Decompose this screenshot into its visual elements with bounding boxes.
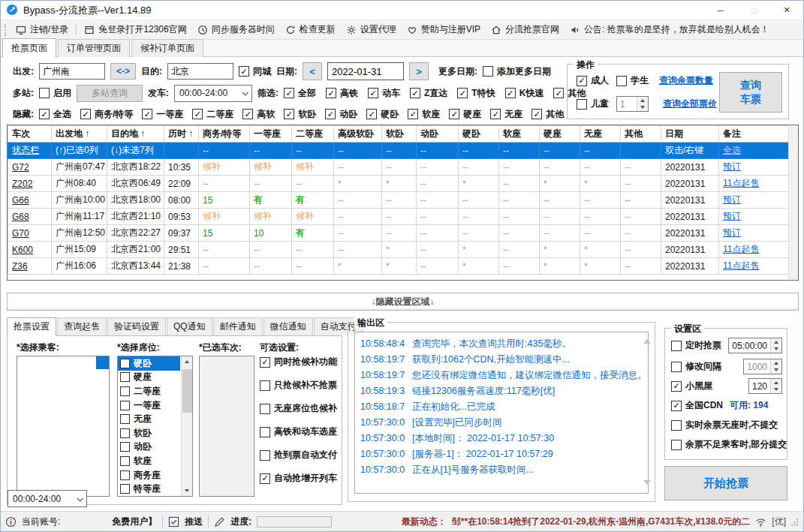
selected-trains-listbox[interactable] xyxy=(199,356,254,497)
hide-checkbox-二等座-box[interactable]: ✓ xyxy=(192,109,203,119)
push-label[interactable]: 推送 xyxy=(185,515,203,528)
setting-checkbox-全国CDN[interactable]: ✓全国CDN xyxy=(671,399,723,412)
column-header-备注[interactable]: 备注 xyxy=(719,126,790,143)
hide-checkbox-商务/特等-box[interactable]: ✓ xyxy=(80,109,91,119)
hide-checkbox-软卧-box[interactable]: ✓ xyxy=(284,109,294,119)
column-header-软座[interactable]: 软座 xyxy=(499,126,540,143)
seat-option-checkbox[interactable] xyxy=(120,372,130,382)
seat-option-商务座[interactable]: 商务座 xyxy=(118,468,180,482)
column-header-历时 ↑[interactable]: 历时 ↑ xyxy=(164,126,199,143)
seat-option-checkbox[interactable] xyxy=(120,442,130,452)
seat-option-动卧[interactable]: 动卧 xyxy=(118,440,180,455)
scroll-up-icon[interactable] xyxy=(185,360,189,363)
toolbar-item-open-12306[interactable]: 免登录打开12306官网 xyxy=(79,20,191,39)
action-link[interactable]: 11点起售 xyxy=(723,178,759,188)
setting-stepper[interactable]: 05:00:00 xyxy=(728,338,782,353)
swap-stations-button[interactable]: <-> xyxy=(110,63,136,80)
tab-订单管理页面[interactable]: 订单管理页面 xyxy=(58,39,130,57)
seat-option-checkbox[interactable] xyxy=(120,484,130,494)
seat-option-checkbox[interactable] xyxy=(120,401,130,410)
filter-checkbox-高铁[interactable]: ✓高铁 xyxy=(326,87,358,100)
setting-checkbox-小黑屋-box[interactable]: ✓ xyxy=(671,381,682,392)
tab-邮件通知[interactable]: 邮件通知 xyxy=(213,317,263,335)
seat-option-一等座[interactable]: 一等座 xyxy=(118,398,180,413)
option-同时抢候补功能[interactable]: ✓同时抢候补功能 xyxy=(260,356,337,368)
filter-checkbox-K快速-box[interactable]: ✓ xyxy=(505,88,516,98)
hide-checkbox-一等座-box[interactable]: ✓ xyxy=(142,109,152,119)
column-header-一等座[interactable]: 一等座 xyxy=(250,126,292,143)
action-link[interactable]: 预订 xyxy=(723,161,741,172)
stepper-arrows[interactable] xyxy=(637,97,648,111)
stepper-arrows[interactable] xyxy=(770,338,781,353)
student-checkbox[interactable]: 学生 xyxy=(616,74,649,87)
setting-checkbox-余票不足乘客时,部分提交[interactable]: 余票不足乘客时,部分提交 xyxy=(671,438,787,451)
hide-checkbox-全选-box[interactable]: ✓ xyxy=(39,109,50,119)
table-row[interactable]: G72广州南07:47北京西18:2210:35候补候补候补----------… xyxy=(8,159,790,176)
same-city-checkbox-box[interactable]: ✓ xyxy=(239,66,249,77)
hide-checkbox-高软-box[interactable]: ✓ xyxy=(242,109,253,119)
setting-checkbox-定时抢票[interactable]: 定时抢票 xyxy=(671,339,721,352)
table-row[interactable]: Z202广州08:40北京西06:4922:09------**--*--**-… xyxy=(8,176,790,192)
child-count-stepper[interactable]: 1 xyxy=(616,96,649,112)
to-input[interactable] xyxy=(167,63,233,80)
date-input[interactable] xyxy=(327,62,404,80)
table-row[interactable]: K600广州15:09北京西21:0029:51--------*--*--**… xyxy=(8,242,790,258)
setting-checkbox-小黑屋[interactable]: ✓小黑屋 xyxy=(671,380,712,392)
column-header-日期[interactable]: 日期 xyxy=(661,126,719,143)
train-no-link[interactable]: G72 xyxy=(12,162,29,173)
column-header-车次[interactable]: 车次 xyxy=(8,126,52,143)
filter-checkbox-Z直达-box[interactable]: ✓ xyxy=(410,88,420,98)
hide-checkbox-一等座[interactable]: ✓一等座 xyxy=(142,108,183,121)
adult-checkbox-box[interactable]: ✓ xyxy=(577,76,587,86)
add-more-dates-checkbox-box[interactable] xyxy=(483,66,493,77)
train-no-link[interactable]: Z36 xyxy=(12,261,28,272)
filter-checkbox-其他-box[interactable]: ✓ xyxy=(553,88,564,98)
train-no-link[interactable]: 状态栏 xyxy=(12,145,39,155)
filter-checkbox-T特快[interactable]: ✓T特快 xyxy=(457,87,495,100)
option-同时抢候补功能-box[interactable]: ✓ xyxy=(260,357,270,368)
output-log[interactable]: 10:58:48:4查询完毕，本次查询共用时:435毫秒。10:58:19:7获… xyxy=(354,332,649,494)
student-checkbox-box[interactable] xyxy=(616,76,627,86)
adult-checkbox[interactable]: ✓成人 xyxy=(577,74,609,87)
hide-checkbox-硬座[interactable]: ✓硬座 xyxy=(449,108,481,121)
query-remaining-link[interactable]: 查询余票数量 xyxy=(659,74,713,87)
train-no-link[interactable]: K600 xyxy=(12,245,33,255)
toolbar-item-sponsor-vip[interactable]: 赞助与注册VIP xyxy=(402,20,486,39)
action-link[interactable]: 预订 xyxy=(723,227,741,238)
passenger-listbox[interactable] xyxy=(17,356,110,497)
seat-option-硬卧[interactable]: 硬卧 xyxy=(118,356,180,371)
option-抢到票自动支付-box[interactable] xyxy=(260,450,270,461)
column-header-硬座[interactable]: 硬座 xyxy=(540,126,580,143)
seat-option-checkbox[interactable] xyxy=(120,386,130,396)
option-高铁和动车选座-box[interactable] xyxy=(260,427,270,437)
tab-抢票页面[interactable]: 抢票页面 xyxy=(2,38,56,58)
hide-checkbox-其他-box[interactable]: ✓ xyxy=(531,109,542,119)
hide-checkbox-全选[interactable]: ✓全选 xyxy=(39,108,71,121)
child-checkbox-box[interactable] xyxy=(577,99,587,110)
train-no-link[interactable]: G66 xyxy=(12,195,29,206)
tab-抢票设置[interactable]: 抢票设置 xyxy=(7,317,56,336)
maximize-button[interactable]: □ xyxy=(737,1,770,20)
option-只抢候补不抢票-box[interactable] xyxy=(260,380,270,391)
seat-list-scrollbar[interactable] xyxy=(181,356,192,496)
grab-time-range-select[interactable]: 00:00-24:00 xyxy=(8,490,87,507)
filter-checkbox-T特快-box[interactable]: ✓ xyxy=(457,88,468,98)
option-自动抢增开列车-box[interactable]: ✓ xyxy=(260,473,270,484)
option-无座席位也候补-box[interactable] xyxy=(260,404,270,414)
date-prev-button[interactable]: < xyxy=(303,62,322,80)
seat-option-特等座[interactable]: 特等座 xyxy=(118,482,180,496)
add-more-dates-checkbox[interactable]: 添加更多日期 xyxy=(483,65,551,78)
minimize-button[interactable]: ─ xyxy=(704,1,737,20)
table-row[interactable]: G70广州南12:50北京西22:2709:371510有-----------… xyxy=(8,225,790,242)
seat-option-无座[interactable]: 无座 xyxy=(118,412,180,426)
hide-checkbox-动卧-box[interactable]: ✓ xyxy=(325,109,336,119)
passenger-list-selection[interactable] xyxy=(96,356,109,369)
seat-option-checkbox[interactable] xyxy=(120,414,130,424)
toolbar-item-set-proxy[interactable]: 设置代理 xyxy=(341,20,402,39)
column-header-动卧[interactable]: 动卧 xyxy=(417,126,459,143)
setting-checkbox-实时余票无座时,不提交[interactable]: 实时余票无座时,不提交 xyxy=(671,419,778,431)
column-header-目的地 ↑[interactable]: 目的地 ↑ xyxy=(107,126,164,143)
seat-option-checkbox[interactable] xyxy=(120,428,130,438)
toolbar-item-logout-login[interactable]: 注销/登录 xyxy=(11,20,74,39)
tab-候补订单页面[interactable]: 候补订单页面 xyxy=(131,39,203,57)
